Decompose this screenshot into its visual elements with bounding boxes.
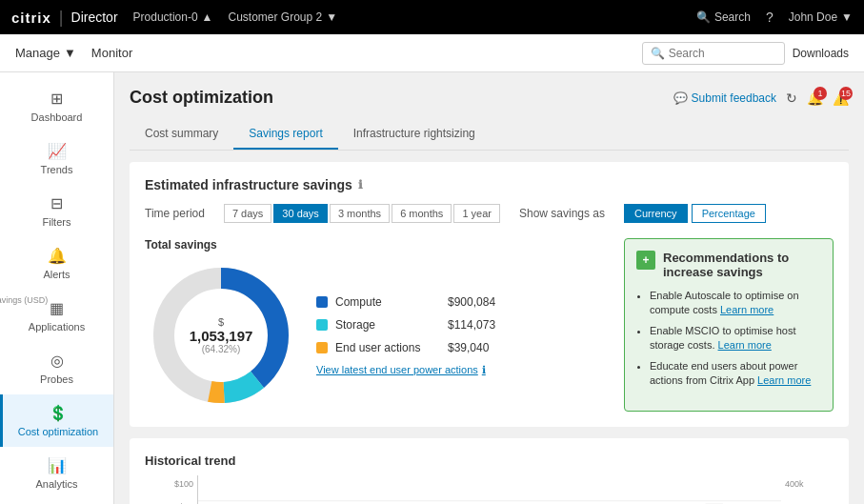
bell-badge: 1: [814, 87, 827, 100]
rec-link-1[interactable]: Learn more: [718, 339, 772, 351]
sidebar-item-filters[interactable]: ⊟Filters: [0, 185, 113, 237]
search-label: Search: [714, 10, 751, 24]
search-icon: 🔍: [696, 10, 711, 24]
legend-value-storage: $114,073: [448, 318, 495, 332]
time-period-btn-3[interactable]: 6 months: [392, 204, 452, 223]
recommendations-panel: +Recommendations to increase savingsEnab…: [624, 238, 834, 412]
legend-dot-storage: [316, 319, 328, 331]
page-title: Cost optimization: [130, 88, 273, 108]
rec-item-1: Enable MSCIO to optimise host storage co…: [650, 324, 821, 353]
y-axis-left: Estimated savings (USD) $100$75$50$250: [145, 475, 197, 504]
legend-row-end-user-actions: End user actions $39,040: [316, 341, 495, 354]
sidebar-icon-dashboard: ⊞: [50, 90, 63, 108]
tab-savings-report[interactable]: Savings report: [233, 119, 337, 150]
manage-chevron-icon: ▼: [64, 46, 76, 60]
sidebar-icon-trends: 📈: [48, 142, 67, 160]
chart-plot-area: 01/0301/0901/1501/2101/2702/02: [197, 475, 781, 504]
group-selector[interactable]: Customer Group 2 ▼: [229, 10, 338, 24]
time-period-btn-0[interactable]: 7 days: [224, 204, 271, 223]
legend-name-compute: Compute: [335, 295, 440, 309]
historical-trend-card: Historical trend Estimated savings (USD)…: [130, 438, 849, 504]
savings-legend: Compute $900,084 Storage $114,073 End us…: [316, 295, 495, 376]
total-savings-label: Total savings: [145, 238, 495, 252]
downloads-button[interactable]: Downloads: [793, 47, 849, 60]
nav-right-actions: 🔍 Search ? John Doe ▼: [696, 10, 853, 25]
info-icon[interactable]: ℹ: [358, 178, 363, 192]
view-end-user-link[interactable]: View latest end user power actionsℹ: [316, 364, 495, 376]
brand-area: citrix | Director: [11, 8, 118, 28]
y-right-label: 400k: [785, 479, 804, 489]
monitor-link[interactable]: Monitor: [91, 46, 132, 60]
user-menu[interactable]: John Doe ▼: [789, 10, 853, 24]
time-period-btn-4[interactable]: 1 year: [453, 204, 500, 223]
sidebar-item-trends[interactable]: 📈Trends: [0, 132, 113, 185]
manage-menu[interactable]: Manage ▼: [15, 46, 76, 60]
donut-chart: $ 1,053,197 (64.32%): [145, 259, 297, 412]
rec-item-0: Enable Autoscale to optimise on compute …: [650, 289, 821, 318]
sidebar-icon-filters: ⊟: [50, 194, 63, 212]
sidebar-item-probes[interactable]: ◎Probes: [0, 342, 113, 394]
rec-icon: +: [636, 251, 655, 270]
legend-row-storage: Storage $114,073: [316, 318, 495, 332]
refresh-button[interactable]: ↻: [786, 91, 797, 106]
rec-link-0[interactable]: Learn more: [720, 304, 774, 315]
env-chevron-icon: ▲: [202, 10, 213, 24]
sidebar-label-trends: Trends: [41, 164, 73, 175]
legend-value-compute: $900,084: [448, 295, 495, 309]
tab-infrastructure-rightsizing[interactable]: Infrastructure rightsizing: [338, 119, 491, 150]
legend-name-end-user-actions: End user actions: [335, 341, 440, 354]
legend-name-storage: Storage: [335, 318, 440, 332]
donut-dollar: $: [190, 316, 253, 328]
savings-main-row: Total savings: [145, 238, 834, 412]
sidebar: ⊞Dashboard📈Trends⊟Filters🔔Alerts▦Applica…: [0, 72, 114, 504]
search-input[interactable]: [669, 47, 776, 60]
user-name: John Doe: [789, 10, 837, 24]
citrix-logo: citrix: [11, 10, 51, 26]
manage-label: Manage: [15, 46, 60, 60]
alert-button[interactable]: ⚠️15: [833, 91, 849, 106]
submit-feedback-link[interactable]: 💬 Submit feedback: [673, 91, 776, 105]
estimated-savings-title: Estimated infrastructure savings ℹ: [145, 177, 834, 192]
donut-label: $ 1,053,197 (64.32%): [190, 316, 253, 354]
rec-item-2: Educate end users about power actions fr…: [650, 359, 821, 389]
sidebar-item-dashboard[interactable]: ⊞Dashboard: [0, 80, 113, 132]
savings-toggle-btn-1[interactable]: Percentage: [692, 204, 766, 223]
sidebar-item-alerts[interactable]: 🔔Alerts: [0, 237, 113, 290]
search-box[interactable]: 🔍: [642, 42, 785, 65]
nav-divider: |: [59, 8, 64, 28]
nav-search-button[interactable]: 🔍 Search: [696, 10, 751, 24]
sidebar-icon-probes: ◎: [50, 352, 64, 370]
help-button[interactable]: ?: [766, 10, 774, 25]
secondary-nav-right: 🔍 Downloads: [642, 42, 849, 65]
sidebar-icon-applications: ▦: [50, 299, 64, 317]
legend-dot-compute: [316, 296, 328, 308]
top-navbar: citrix | Director Production-0 ▲ Custome…: [0, 0, 864, 34]
historical-trend-title: Historical trend: [145, 454, 834, 468]
rec-title: Recommendations to increase savings: [663, 251, 821, 279]
savings-toggle-btn-0[interactable]: Currency: [624, 204, 688, 223]
sidebar-label-probes: Probes: [40, 373, 73, 385]
search-box-icon: 🔍: [651, 47, 665, 60]
sidebar-item-analytics[interactable]: 📊Analytics: [0, 447, 113, 499]
sidebar-item-cost-optimization[interactable]: 💲Cost optimization: [0, 394, 113, 447]
legend-row-compute: Compute $900,084: [316, 295, 495, 309]
time-period-buttons: 7 days30 days3 months6 months1 year: [224, 204, 500, 223]
page-header-actions: 💬 Submit feedback ↻ 🔔1 ⚠️15: [673, 91, 849, 106]
time-period-btn-1[interactable]: 30 days: [273, 204, 328, 223]
sidebar-label-filters: Filters: [43, 216, 71, 228]
info-link-icon: ℹ: [482, 364, 486, 376]
chart-area: Estimated savings (USD) $100$75$50$250: [145, 475, 834, 504]
rec-list: Enable Autoscale to optimise on compute …: [636, 289, 821, 388]
time-period-btn-2[interactable]: 3 months: [330, 204, 390, 223]
y-left-label: $100: [174, 479, 193, 489]
time-period-label: Time period: [145, 207, 205, 220]
rec-link-2[interactable]: Learn more: [757, 374, 811, 386]
sidebar-icon-alerts: 🔔: [48, 247, 67, 265]
env-selector[interactable]: Production-0 ▲: [133, 10, 213, 24]
app-name: Director: [71, 10, 118, 25]
estimated-savings-card: Estimated infrastructure savings ℹ Time …: [130, 162, 849, 427]
group-chevron-icon: ▼: [326, 10, 337, 24]
bell-button[interactable]: 🔔1: [807, 91, 823, 106]
tab-cost-summary[interactable]: Cost summary: [130, 119, 233, 150]
sidebar-label-dashboard: Dashboard: [31, 111, 83, 123]
